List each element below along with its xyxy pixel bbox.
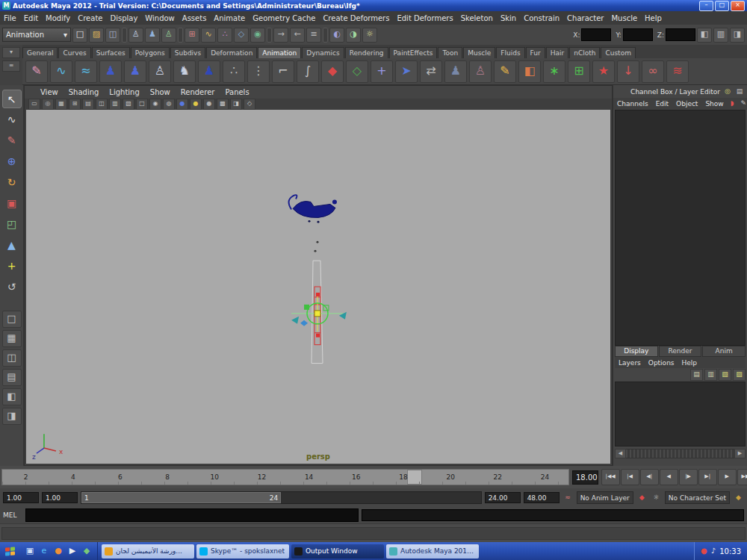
panel-menu-item[interactable]: Renderer (176, 88, 220, 96)
attribute-editor-toggle-icon[interactable]: ▥ (713, 28, 728, 43)
menu-item[interactable]: Skeleton (457, 14, 497, 22)
shelf-joint-chain-icon[interactable]: ⋮ (247, 60, 270, 83)
playback-start-field[interactable]: 1.00 (42, 492, 78, 503)
panel-menu-item[interactable]: Shading (63, 88, 105, 96)
shelf-person-blue-icon[interactable]: ♟ (198, 60, 220, 83)
shelf-cluster-icon[interactable]: ∗ (543, 60, 565, 83)
messenger-icon[interactable]: ◆ (81, 545, 93, 557)
shelf-joint-tool-icon[interactable]: ∴ (223, 60, 245, 83)
four-pane-layout-button[interactable]: ▦ (2, 330, 22, 347)
task-output-window[interactable]: Output Window (291, 544, 384, 559)
layer-editor-tab[interactable]: Render (659, 346, 702, 357)
x-coordinate-input[interactable] (581, 28, 611, 41)
toolbar-separator[interactable] (122, 28, 127, 43)
command-language-label[interactable]: MEL (3, 511, 22, 519)
shelf-tab-menu-button[interactable]: ▾ (2, 47, 20, 58)
shelf-joint-size-icon[interactable]: + (371, 60, 393, 83)
task-maya[interactable]: Autodesk Maya 2012 -... (386, 544, 479, 559)
persp-outliner-layout-button[interactable]: ◧ (2, 388, 22, 405)
y-coordinate-input[interactable] (623, 28, 653, 41)
layer-editor-menu-item[interactable]: Layers (615, 359, 645, 367)
scroll-right-icon[interactable]: ▶ (734, 449, 746, 458)
go-to-end-button[interactable]: ▶▶| (737, 469, 747, 485)
layer-list-area[interactable] (615, 382, 746, 447)
universal-manipulator-tool[interactable]: ◰ (2, 215, 22, 234)
channel-layout-icon[interactable]: ▤ (735, 87, 744, 96)
menu-item[interactable]: Animate (210, 14, 249, 22)
shelf-tab[interactable]: Deformation (206, 47, 257, 58)
panel-menu-item[interactable]: Lighting (104, 88, 144, 96)
select-tool[interactable]: ↖ (2, 90, 22, 108)
antivirus-tray-icon[interactable]: ● (701, 546, 707, 556)
menu-item[interactable]: Edit Deformers (393, 14, 456, 22)
menu-item[interactable]: Constrain (520, 14, 563, 22)
viewport-canvas[interactable]: x z persp (26, 110, 610, 464)
character-key-icon[interactable]: ◆ (733, 493, 744, 503)
shelf-tab[interactable]: Toon (438, 47, 462, 58)
paint-selection-tool[interactable]: ✎ (2, 131, 22, 150)
shelf-ep-curve-icon[interactable]: ∿ (50, 60, 72, 83)
shelf-character-light-icon[interactable]: ♙ (149, 60, 171, 83)
input-connections-icon[interactable]: → (273, 28, 288, 43)
firefox-icon[interactable]: ● (52, 545, 64, 557)
show-desktop-icon[interactable]: ▣ (24, 545, 36, 557)
animation-start-field[interactable]: 1.00 (3, 492, 39, 503)
shelf-lattice-icon[interactable]: ⊞ (568, 60, 590, 83)
close-button[interactable]: × (731, 1, 745, 11)
toolbar-separator[interactable] (323, 28, 328, 43)
scrollbar-track[interactable] (626, 449, 734, 458)
range-slider-bar[interactable]: 1 24 (81, 492, 281, 503)
select-object-icon[interactable]: ♟ (145, 28, 160, 43)
layer-sort-icon[interactable]: ▥ (704, 369, 717, 381)
construction-history-icon[interactable]: ≡ (306, 28, 321, 43)
shelf-point-constraint-icon[interactable]: ↓ (617, 60, 639, 83)
animation-preferences-icon[interactable]: ☼ (651, 493, 662, 503)
shelf-mirror-joint-icon[interactable]: ⇄ (420, 60, 442, 83)
shelf-editor-button[interactable]: ≡ (2, 60, 20, 72)
shelf-tab[interactable]: Custom (601, 47, 635, 58)
snap-to-plane-icon[interactable]: ◇ (234, 28, 249, 43)
select-hierarchy-icon[interactable]: ♙ (128, 28, 143, 43)
shelf-tab[interactable]: Hair (546, 47, 568, 58)
menu-item[interactable]: Modify (42, 14, 74, 22)
menu-item[interactable]: Character (563, 14, 607, 22)
soft-modification-tool[interactable]: ▲ (2, 236, 22, 255)
channel-list-area[interactable] (615, 110, 746, 346)
resolution-gate-icon[interactable]: ▥ (109, 99, 121, 110)
menu-item[interactable]: Edit (20, 14, 42, 22)
select-component-icon[interactable]: ♙ (161, 28, 176, 43)
title-bar[interactable]: M Autodesk Maya 2012 - Trial Version: C:… (0, 0, 747, 11)
select-camera-icon[interactable]: ▭ (28, 99, 40, 110)
show-manipulator-tool[interactable]: + (2, 257, 22, 276)
snap-to-curve-icon[interactable]: ∿ (201, 28, 216, 43)
shelf-tab[interactable]: PaintEffects (389, 47, 438, 58)
image-plane-icon[interactable]: ▤ (82, 99, 94, 110)
go-to-start-button[interactable]: |◀◀ (601, 469, 620, 485)
shelf-ik-handle-icon[interactable]: ⌐ (272, 60, 294, 83)
menu-item[interactable]: Muscle (607, 14, 641, 22)
shaded-mode-icon[interactable]: ● (176, 99, 188, 110)
shelf-tab[interactable]: Subdivs (170, 47, 205, 58)
channel-box-menu-item[interactable]: Object (672, 100, 701, 108)
step-back-frame-button[interactable]: ◀| (640, 469, 659, 485)
layer-list-icon[interactable]: ▤ (690, 369, 703, 381)
layer-editor-tab[interactable]: Anim (702, 346, 746, 357)
shelf-orient-joint-icon[interactable]: ➤ (395, 60, 418, 83)
last-tool-used[interactable]: ↺ (2, 278, 22, 296)
menu-item[interactable]: Geometry Cache (249, 14, 319, 22)
snap-to-grid-icon[interactable]: ⊞ (185, 28, 199, 43)
new-scene-icon[interactable]: □ (72, 28, 87, 43)
z-coordinate-input[interactable] (666, 28, 695, 41)
layer-editor-tab[interactable]: Display (615, 346, 658, 357)
ipr-render-icon[interactable]: ◑ (346, 28, 361, 43)
shelf-tab[interactable]: Rendering (345, 47, 388, 58)
menu-item[interactable]: Help (641, 14, 666, 22)
media-player-icon[interactable]: ▶ (66, 545, 78, 557)
open-scene-icon[interactable]: ▨ (89, 28, 104, 43)
shelf-tab[interactable]: Curves (58, 47, 90, 58)
scroll-left-icon[interactable]: ◀ (615, 449, 626, 458)
panel-menu-item[interactable]: Panels (220, 88, 254, 96)
make-live-icon[interactable]: ◉ (250, 28, 265, 43)
step-forward-frame-button[interactable]: |▶ (679, 469, 698, 485)
new-layer-from-selected-icon[interactable]: ▨ (733, 369, 746, 381)
